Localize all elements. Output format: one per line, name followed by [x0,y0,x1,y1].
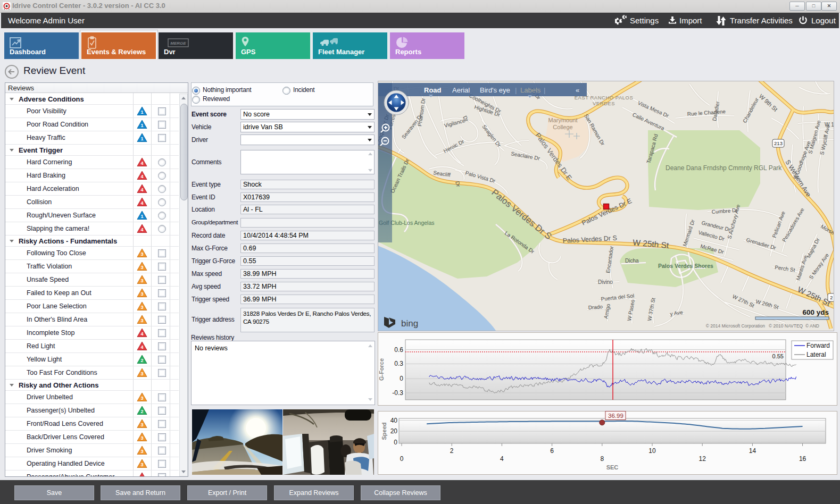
svg-text:College: College [553,124,572,130]
svg-text:VERDES: VERDES [593,100,615,106]
svg-text:Road: Road [424,86,442,94]
svg-text:12: 12 [699,455,706,463]
svg-text:0.6: 0.6 [394,346,403,354]
svg-text:Drado: Drado [588,304,603,310]
svg-text:3: 3 [140,305,143,310]
svg-text:Palos Verdes Shores: Palos Verdes Shores [658,263,713,269]
svg-text:4: 4 [140,174,143,179]
svg-text:3: 3 [140,396,143,401]
svg-text:«: « [576,86,579,94]
svg-text:Bird's eye: Bird's eye [480,86,510,94]
svg-text:213: 213 [774,140,783,146]
svg-text:2: 2 [140,409,143,414]
svg-text:1: 1 [140,214,143,219]
svg-text:4: 4 [140,161,143,166]
svg-text:4: 4 [140,475,143,477]
svg-text:2: 2 [140,358,143,363]
svg-text:3: 3 [140,435,143,441]
svg-text:3: 3 [140,449,143,454]
svg-text:Deane Dana Frndshp Cmmnty RGL: Deane Dana Frndshp Cmmnty RGL Park [666,164,782,172]
svg-text:-0.3: -0.3 [392,389,403,397]
svg-text:0: 0 [394,439,397,446]
svg-text:Labels: Labels [520,86,541,94]
svg-text:600 yds: 600 yds [802,308,829,316]
svg-text:4: 4 [140,227,143,232]
svg-text:4: 4 [140,200,143,206]
svg-text:3: 3 [140,251,143,257]
svg-text:6: 6 [550,447,554,455]
svg-text:2: 2 [830,295,833,300]
svg-text:1: 1 [140,110,143,115]
svg-text:4: 4 [140,331,143,337]
svg-text:Speed: Speed [381,422,387,440]
svg-text:36.99: 36.99 [608,413,623,419]
svg-text:|: | [544,86,545,94]
svg-text:4: 4 [500,455,504,463]
svg-text:16: 16 [799,455,806,463]
svg-text:Dicha: Dicha [625,258,639,264]
svg-text:3: 3 [140,291,143,297]
svg-text:|: | [515,86,517,94]
svg-text:4: 4 [140,187,143,192]
svg-text:Lateral: Lateral [806,351,826,358]
svg-text:bing: bing [401,318,418,329]
svg-text:8: 8 [600,455,604,463]
svg-text:3: 3 [140,462,143,467]
svg-text:Divino: Divino [598,279,613,285]
svg-text:3: 3 [140,318,143,323]
svg-text:40: 40 [390,417,398,424]
svg-text:10: 10 [648,447,656,455]
svg-text:3: 3 [140,265,143,270]
svg-text:3: 3 [140,422,143,427]
svg-text:1: 1 [140,123,143,128]
svg-text:0: 0 [400,375,403,382]
svg-text:Forward: Forward [806,342,830,349]
svg-text:© 2014 Microsoft Corporation: © 2014 Microsoft Corporation © 2010 NAVT… [706,323,819,329]
svg-text:Marymount: Marymount [548,117,577,123]
svg-text:1: 1 [140,136,143,141]
svg-text:0: 0 [400,455,404,463]
svg-text:MERGE: MERGE [170,41,186,46]
svg-text:0.3: 0.3 [394,360,403,367]
svg-text:3: 3 [140,278,143,283]
svg-text:G-Force: G-Force [378,358,385,381]
svg-text:0.55: 0.55 [772,353,784,359]
svg-text:SEC: SEC [606,464,619,471]
svg-text:4: 4 [140,345,143,350]
svg-text:Aerial: Aerial [452,86,470,94]
svg-text:20: 20 [390,427,398,435]
svg-text:14: 14 [749,447,756,455]
svg-text:2: 2 [450,447,454,455]
svg-text:3: 3 [140,371,143,376]
svg-text:W 10t: W 10t [825,122,834,128]
